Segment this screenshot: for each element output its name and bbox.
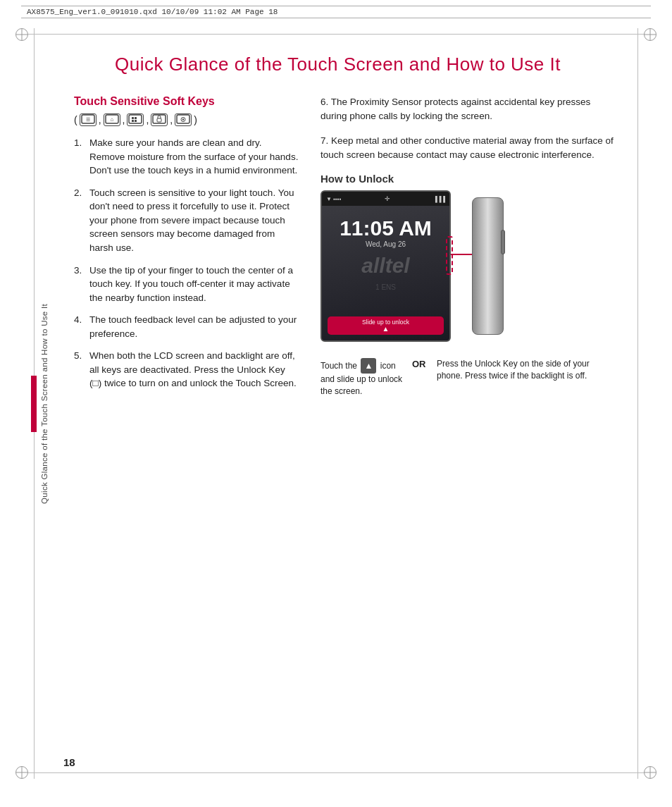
phone-mockup-container: ▼ ▪▪▪▪ ✛ ▐▐▐ 11:05 AM Wed, Aug 26 (321, 190, 504, 352)
battery-icon: ▐▐▐ (433, 196, 445, 202)
touch-desc-text: Touch the (321, 361, 357, 371)
unlock-bar: Slide up to unlock ▲ (328, 316, 444, 335)
softkey-icon-3 (127, 113, 144, 126)
phone-date: Wed, Aug 26 (366, 240, 406, 248)
svg-text:⌂: ⌂ (110, 116, 113, 123)
list-text-1: Make sure your hands are clean and dry. … (89, 136, 299, 178)
reg-mark-bl (15, 766, 28, 779)
right-num-6: 6. (321, 97, 331, 107)
or-label: OR (412, 358, 430, 371)
list-text-2: Touch screen is sensitive to your light … (89, 186, 299, 255)
list-item-1: 1. Make sure your hands are clean and dr… (74, 136, 299, 178)
how-to-unlock-heading: How to Unlock (321, 173, 616, 185)
icons-comma-2: , (123, 114, 125, 125)
unlock-key-button (501, 230, 505, 254)
reg-mark-br (644, 766, 657, 779)
right-item-6: 6. The Proximity Sensor protects against… (321, 95, 616, 123)
svg-point-13 (182, 118, 184, 120)
icons-comma-4: , (170, 114, 173, 125)
right-num-7: 7. (321, 135, 331, 146)
border-right (637, 28, 638, 779)
phone-screen: ▼ ▪▪▪▪ ✛ ▐▐▐ 11:05 AM Wed, Aug 26 (321, 190, 451, 342)
page-number: 18 (63, 756, 75, 768)
signal-icon: ▼ ▪▪▪▪ (326, 196, 341, 202)
carrier-logo: alltel (361, 254, 409, 278)
soft-keys-heading: Touch Sensitive Soft Keys (74, 95, 299, 108)
left-column: Touch Sensitive Soft Keys ( ☰ , ⌂ (74, 95, 299, 399)
phone-footer-num: 1 ENS (375, 283, 396, 291)
page-title: Quick Glance of the Touch Screen and How… (60, 54, 616, 75)
red-highlight-box (446, 236, 453, 275)
softkey-icon-2: ⌂ (104, 113, 120, 126)
phone-side (472, 197, 504, 335)
list-item-5: 5. When both the LCD screen and backligh… (74, 349, 299, 390)
page-header: AX8575_Eng_ver1.0_091010.qxd 10/10/09 11… (21, 6, 651, 18)
unlock-arrow-icon: ▲ (361, 358, 376, 374)
instructions-list: 1. Make sure your hands are clean and dr… (74, 136, 299, 390)
right-item-7: 7. Keep metal and other conductive mater… (321, 134, 616, 161)
how-to-unlock-section: How to Unlock ▼ ▪▪▪▪ ✛ ▐▐▐ (321, 173, 616, 398)
svg-rect-10 (157, 118, 161, 122)
icons-open-paren: ( (74, 114, 77, 125)
svg-rect-7 (132, 120, 134, 122)
reg-mark-tl (15, 28, 28, 41)
unlock-description: Touch the ▲ icon and slide up to unlock … (321, 358, 616, 398)
reg-mark-tr (644, 28, 657, 41)
phone-status-bar: ▼ ▪▪▪▪ ✛ ▐▐▐ (322, 192, 449, 206)
list-item-4: 4. The touch feedback level can be adjus… (74, 313, 299, 340)
main-content: Quick Glance of the Touch Screen and How… (60, 54, 616, 399)
icons-comma-1: , (99, 114, 101, 125)
right-text-7: Keep metal and other conductive material… (321, 135, 614, 160)
icons-comma-3: , (146, 114, 149, 125)
two-column-layout: Touch Sensitive Soft Keys ( ☰ , ⌂ (74, 95, 616, 399)
list-num-3: 3. (74, 264, 89, 305)
list-item-2: 2. Touch screen is sensitive to your lig… (74, 186, 299, 255)
svg-rect-5 (132, 117, 134, 119)
list-num-4: 4. (74, 313, 89, 340)
list-num-2: 2. (74, 186, 89, 255)
header-text: AX8575_Eng_ver1.0_091010.qxd 10/10/09 11… (27, 8, 278, 16)
list-item-3: 3. Use the tip of your finger to touch t… (74, 264, 299, 305)
side-tab: Quick Glance of the Touch Screen and How… (37, 141, 52, 666)
softkey-icon-4 (151, 113, 168, 126)
softkey-icon-1: ☰ (80, 113, 97, 126)
side-tab-text: Quick Glance of the Touch Screen and How… (40, 304, 49, 504)
softkey-icon-5 (175, 113, 192, 126)
svg-text:☰: ☰ (86, 117, 90, 122)
border-top (28, 34, 644, 35)
svg-rect-6 (135, 117, 137, 119)
list-num-1: 1. (74, 136, 89, 178)
status-icons: ▼ ▪▪▪▪ (326, 196, 341, 202)
list-text-4: The touch feedback level can be adjusted… (89, 313, 299, 340)
side-tab-bar (31, 376, 37, 432)
unlock-desc-right: Press the Unlock Key on the side of your… (437, 358, 616, 382)
unlock-arrow: ▲ (382, 326, 390, 333)
icons-row: ( ☰ , ⌂ , (74, 113, 299, 126)
icons-close-paren: ) (194, 114, 197, 125)
list-text-5: When both the LCD screen and backlight a… (89, 349, 299, 390)
border-bottom (28, 772, 644, 773)
right-text-6: The Proximity Sensor protects against ac… (321, 97, 590, 121)
svg-rect-8 (135, 120, 137, 122)
phone-time: 11:05 AM (340, 216, 432, 240)
right-column: 6. The Proximity Sensor protects against… (321, 95, 616, 399)
list-text-3: Use the tip of your finger to touch the … (89, 264, 299, 305)
unlock-desc-left: Touch the ▲ icon and slide up to unlock … (321, 358, 405, 398)
gps-icon: ✛ (385, 195, 390, 202)
list-num-5: 5. (74, 349, 89, 390)
